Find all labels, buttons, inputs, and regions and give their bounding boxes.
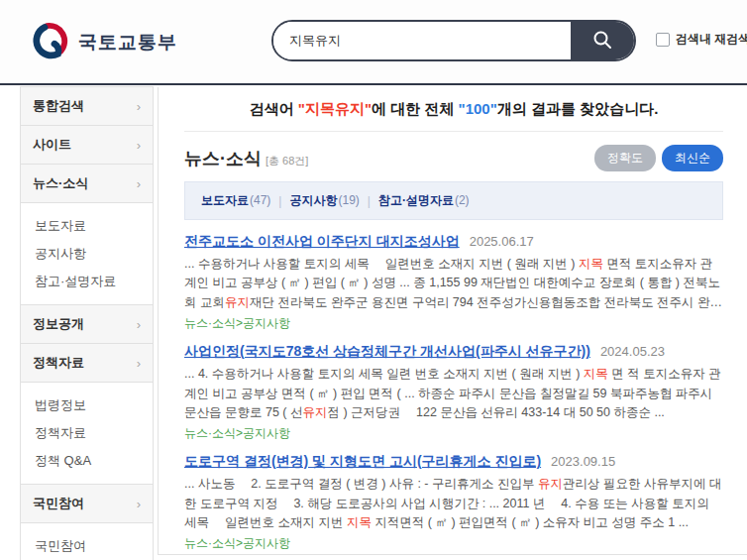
result-title-link[interactable]: 전주교도소 이전사업 이주단지 대지조성사업 (184, 233, 460, 251)
result-title-row: 전주교도소 이전사업 이주단지 대지조성사업 2025.06.17 (184, 233, 723, 251)
result-title-link[interactable]: 사업인정(국지도78호선 상습정체구간 개선사업(파주시 선유구간)) (184, 343, 590, 361)
result-title-row: 도로구역 결정(변경) 및 지형도면 고시(구리휴게소 진입로) 2023.09… (184, 453, 723, 471)
sidebar-sub-notice[interactable]: 공지사항 (21, 240, 153, 268)
rescope-checkbox[interactable] (656, 33, 670, 47)
sidebar-sub-policy-qna[interactable]: 정책 Q&A (21, 447, 153, 475)
filter-label: 참고·설명자료 (378, 193, 454, 207)
ministry-logo[interactable]: 국토교통부 (30, 21, 177, 64)
chevron-right-icon: › (137, 498, 141, 510)
rescope-label: 검색내 재검색 (676, 31, 747, 48)
sidebar-item-label: 국민참여 (33, 495, 84, 512)
result-item: 전주교도소 이전사업 이주단지 대지조성사업 2025.06.17 ... 수용… (184, 233, 723, 332)
filter-reference[interactable]: 참고·설명자료(2) (378, 192, 470, 209)
filter-separator: | (368, 194, 371, 208)
sidebar-item-policy-data[interactable]: 정책자료 › (20, 343, 154, 383)
sidebar-news-submenu: 보도자료 공지사항 참고·설명자료 (20, 203, 154, 305)
category-filter-bar: 보도자료(47) | 공지사항(19) | 참고·설명자료(2) (184, 181, 723, 220)
result-date: 2025.06.17 (470, 234, 534, 249)
sidebar-sub-reference[interactable]: 참고·설명자료 (21, 268, 153, 295)
news-section-header: 뉴스·소식[총 68건] 정확도 최신순 (184, 145, 723, 171)
chevron-right-icon: › (137, 318, 141, 331)
sidebar-item-label: 정책자료 (33, 354, 84, 372)
search-icon (591, 29, 613, 54)
result-item: 사업인정(국지도78호선 상습정체구간 개선사업(파주시 선유구간)) 2024… (184, 343, 723, 442)
result-snippet: ... 4. 수용하거나 사용할 토지의 세목 일련 번호 소재지 지번 ( 원… (184, 365, 723, 422)
search-within-results: 검색내 재검색 (656, 31, 747, 48)
filter-press-release[interactable]: 보도자료(47) (201, 192, 270, 209)
sidebar-sub-legal-info[interactable]: 법령정보 (21, 392, 153, 419)
sidebar-item-public-participation[interactable]: 국민참여 › (20, 484, 154, 523)
chevron-right-icon: › (137, 139, 141, 152)
filter-label: 공지사항 (289, 193, 337, 207)
chevron-right-icon: › (137, 357, 141, 370)
section-title: 뉴스·소식 (184, 149, 262, 168)
sidebar-item-label: 통합검색 (33, 97, 84, 115)
site-header: 국토교통부 검색내 재검색 (0, 0, 747, 85)
sidebar-item-unified-search[interactable]: 통합검색 › (20, 86, 154, 126)
result-list: 전주교도소 이전사업 이주단지 대지조성사업 2025.06.17 ... 수용… (184, 233, 723, 552)
sidebar-participation-submenu: 국민참여 (20, 523, 154, 560)
filter-count: (19) (338, 193, 359, 207)
result-date: 2024.05.23 (600, 344, 665, 359)
sidebar-item-label: 뉴스·소식 (33, 174, 88, 192)
sidebar-sub-participation[interactable]: 국민참여 (21, 532, 153, 560)
sidebar-policy-submenu: 법령정보 정책자료 정책 Q&A (20, 383, 154, 485)
filter-label: 보도자료 (201, 193, 249, 207)
chevron-right-icon: › (137, 177, 141, 190)
chevron-right-icon: › (137, 100, 141, 113)
search-input[interactable] (273, 22, 571, 59)
sort-controls: 정확도 최신순 (594, 145, 723, 171)
filter-notice[interactable]: 공지사항(19) (289, 192, 359, 209)
sidebar-sub-press-release[interactable]: 보도자료 (21, 212, 153, 240)
sidebar-item-site[interactable]: 사이트 › (20, 125, 154, 165)
search-category-sidebar: 통합검색 › 사이트 › 뉴스·소식 › 보도자료 공지사항 참고·설명자료 정… (20, 87, 154, 560)
filter-count: (47) (250, 193, 270, 207)
result-category-breadcrumb: 뉴스·소식>공지사항 (184, 315, 723, 332)
search-button[interactable] (571, 22, 634, 59)
sidebar-item-news[interactable]: 뉴스·소식 › (20, 164, 154, 203)
section-title-wrap: 뉴스·소식[총 68건] (184, 147, 308, 170)
result-category-breadcrumb: 뉴스·소식>공지사항 (184, 535, 723, 552)
sidebar-item-label: 정보공개 (33, 315, 84, 333)
sort-latest-button[interactable]: 최신순 (662, 145, 723, 171)
sidebar-sub-policy-data[interactable]: 정책자료 (21, 419, 153, 447)
filter-count: (2) (455, 193, 470, 207)
search-result-summary: 검색어 "지목유지"에 대한 전체 "100"개의 결과를 찾았습니다. (184, 87, 723, 132)
sort-accuracy-button[interactable]: 정확도 (594, 145, 656, 171)
result-title-link[interactable]: 도로구역 결정(변경) 및 지형도면 고시(구리휴게소 진입로) (184, 453, 541, 471)
search-bar (271, 20, 636, 61)
result-snippet: ... 수용하거나 사용할 토지의 세목 일련번호 소재지 지번 ( 원래 지번… (184, 255, 723, 312)
result-title-row: 사업인정(국지도78호선 상습정체구간 개선사업(파주시 선유구간)) 2024… (184, 343, 723, 361)
result-snippet: ... 사노동 2. 도로구역 결정 ( 변경 ) 사유 : - 구리휴게소 진… (184, 475, 723, 532)
result-category-breadcrumb: 뉴스·소식>공지사항 (184, 425, 723, 442)
government-emblem-icon (30, 21, 69, 64)
filter-separator: | (278, 194, 281, 208)
result-item: 도로구역 결정(변경) 및 지형도면 고시(구리휴게소 진입로) 2023.09… (184, 453, 723, 552)
section-total-count: [총 68건] (266, 155, 308, 167)
ministry-name: 국토교통부 (78, 30, 177, 56)
search-results-panel: 검색어 "지목유지"에 대한 전체 "100"개의 결과를 찾았습니다. 뉴스·… (158, 87, 747, 555)
result-date: 2023.09.15 (551, 454, 615, 469)
sidebar-item-label: 사이트 (33, 136, 71, 154)
sidebar-item-info-disclosure[interactable]: 정보공개 › (20, 304, 154, 344)
